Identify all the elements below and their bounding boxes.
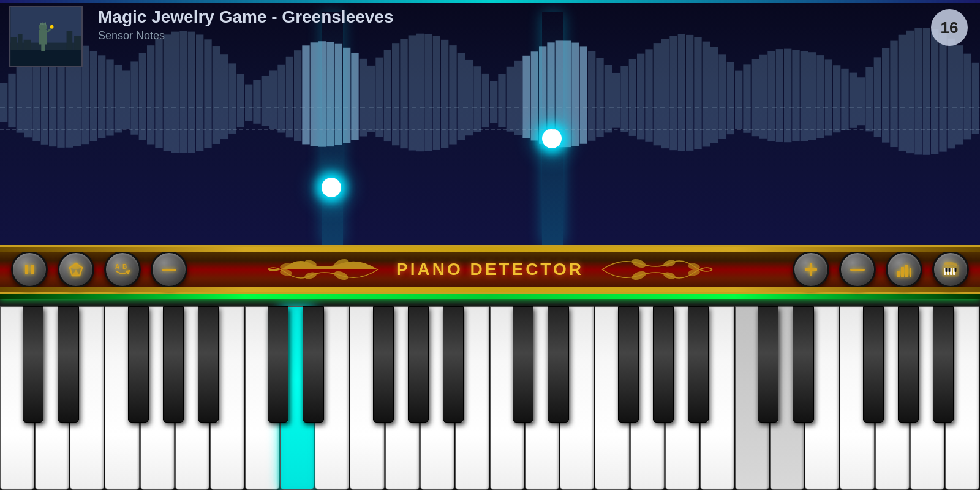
black-key[interactable] [548, 306, 568, 423]
song-info: Magic Jewelry Game - Greensleeves Sensor… [98, 7, 394, 42]
minus-right-button[interactable] [839, 251, 876, 288]
black-key[interactable] [688, 306, 709, 423]
svg-point-33 [631, 270, 647, 281]
sensor-notes-label: Sensor Notes [98, 29, 394, 42]
minus-left-button[interactable] [151, 251, 187, 288]
svg-text:A: A [115, 263, 119, 270]
center-label: PIANO DETECTOR [192, 251, 788, 288]
svg-rect-40 [901, 267, 904, 277]
svg-rect-7 [10, 50, 81, 66]
piano-icon-button[interactable] [932, 251, 969, 288]
svg-point-30 [631, 257, 647, 269]
piano-keyboard [0, 299, 980, 490]
repeat-button[interactable]: A B [104, 251, 141, 288]
progress-bar [0, 0, 980, 3]
svg-rect-17 [31, 265, 34, 274]
svg-rect-39 [897, 271, 900, 277]
black-key[interactable] [863, 306, 884, 423]
svg-rect-46 [950, 268, 952, 275]
black-key[interactable] [653, 306, 674, 423]
svg-point-31 [663, 259, 676, 268]
black-key[interactable] [513, 306, 533, 423]
svg-point-28 [304, 271, 317, 281]
svg-rect-38 [850, 269, 865, 271]
black-key[interactable] [898, 306, 919, 423]
black-key[interactable] [443, 306, 464, 423]
svg-rect-23 [162, 269, 176, 271]
svg-point-34 [663, 271, 676, 281]
svg-rect-9 [39, 29, 47, 44]
plus-button[interactable] [793, 251, 829, 288]
note-dot-2 [542, 129, 562, 148]
right-ornament [596, 251, 718, 288]
song-title: Magic Jewelry Game - Greensleeves [98, 7, 394, 27]
svg-rect-50 [955, 268, 957, 272]
svg-text:B: B [123, 263, 127, 270]
svg-point-27 [333, 270, 350, 281]
activation-line [0, 294, 980, 299]
black-key[interactable] [933, 306, 954, 423]
svg-point-15 [50, 25, 54, 29]
detector-label: PIANO DETECTOR [396, 260, 584, 279]
black-key[interactable] [373, 306, 394, 423]
black-key[interactable] [128, 306, 149, 423]
black-key[interactable] [268, 306, 288, 423]
svg-rect-16 [25, 265, 28, 274]
svg-rect-37 [805, 268, 817, 271]
svg-rect-49 [949, 268, 951, 272]
toolbar: A B [0, 245, 980, 294]
black-key[interactable] [793, 306, 813, 423]
toolbar-right [788, 251, 974, 288]
waveform-area: Magic Jewelry Game - Greensleeves Sensor… [0, 0, 980, 245]
gem-button[interactable] [58, 251, 94, 288]
black-key[interactable] [303, 306, 323, 423]
piano-area[interactable] [0, 299, 980, 490]
black-key[interactable] [23, 306, 43, 423]
black-key[interactable] [163, 306, 184, 423]
black-key[interactable] [758, 306, 778, 423]
black-key[interactable] [58, 306, 78, 423]
pause-button[interactable] [11, 251, 48, 288]
dashed-line [0, 129, 980, 130]
left-ornament [262, 251, 384, 288]
svg-marker-19 [70, 263, 82, 270]
black-key[interactable] [408, 306, 429, 423]
svg-rect-48 [946, 268, 948, 272]
svg-rect-42 [910, 268, 911, 277]
svg-marker-20 [72, 270, 80, 276]
score-badge: 16 [931, 9, 968, 46]
chart-button[interactable] [886, 251, 922, 288]
black-key[interactable] [618, 306, 639, 423]
album-art [9, 6, 83, 67]
svg-rect-41 [905, 265, 908, 277]
toolbar-left: A B [6, 251, 192, 288]
black-key[interactable] [198, 306, 219, 423]
note-dot-1 [322, 178, 341, 197]
